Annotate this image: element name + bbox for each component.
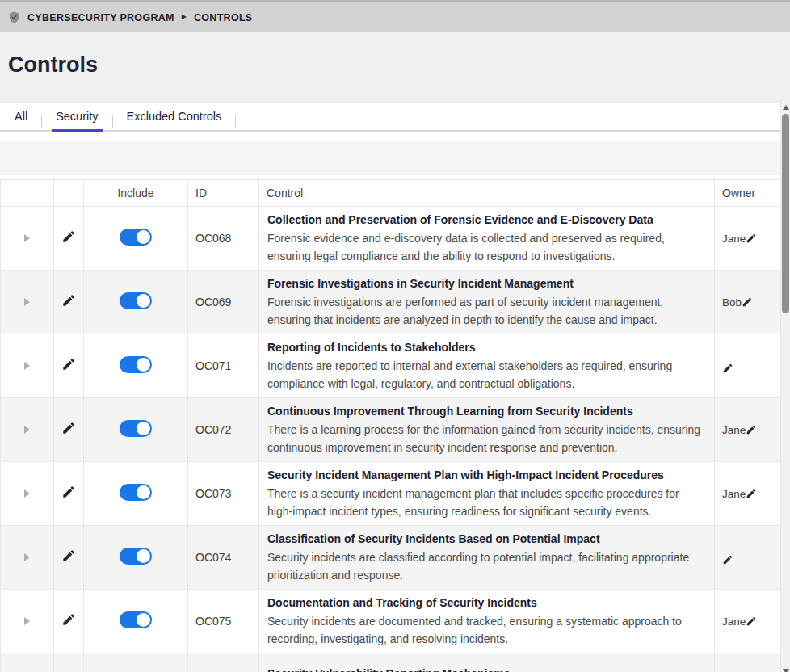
control-title: Continuous Improvement Through Learning … <box>267 403 706 419</box>
control-title: Reporting of Incidents to Stakeholders <box>267 339 706 355</box>
expand-row-icon[interactable] <box>24 489 30 498</box>
control-description: Security incidents are classified accord… <box>267 549 706 584</box>
expand-row-icon[interactable] <box>24 234 30 242</box>
controls-page: CYBERSECURITY PROGRAM ▶ CONTROLS Control… <box>0 0 790 672</box>
control-id: OC074 <box>188 526 259 590</box>
control-id: OC075 <box>188 590 259 653</box>
owner-name: Jane <box>722 233 746 245</box>
tab-bar: All Security Excluded Controls <box>0 103 780 132</box>
include-toggle[interactable] <box>120 548 152 565</box>
owner-name: Jane <box>722 615 746 628</box>
edit-control-icon[interactable] <box>61 421 76 435</box>
table-row: OC072 Continuous Improvement Through Lea… <box>1 398 781 462</box>
edit-control-icon[interactable] <box>61 357 76 372</box>
owner-edit-icon[interactable] <box>722 363 733 374</box>
toggle-knob <box>137 613 150 627</box>
table-row: OC069 Forensic Investigations in Securit… <box>1 271 781 334</box>
include-toggle[interactable] <box>120 292 152 309</box>
page-header: Controls <box>0 32 790 103</box>
page-title: Controls <box>0 32 790 78</box>
table-row: OC077 Security Vulnerability Reporting M… <box>1 653 781 672</box>
owner-name: Bob <box>722 296 742 309</box>
control-id: OC068 <box>188 207 259 271</box>
header-control[interactable]: Control <box>259 180 715 207</box>
control-description: Forensic evidence and e-discovery data i… <box>267 230 706 265</box>
control-id: OC077 <box>188 653 259 672</box>
expand-row-icon[interactable] <box>24 553 30 561</box>
breadcrumb-separator-icon: ▶ <box>182 13 187 20</box>
include-toggle[interactable] <box>120 420 152 437</box>
control-id: OC073 <box>188 462 259 526</box>
owner-edit-icon[interactable] <box>746 233 757 244</box>
owner-edit-icon[interactable] <box>722 554 733 565</box>
toggle-knob <box>137 230 150 244</box>
header-id[interactable]: ID <box>188 180 259 207</box>
include-toggle[interactable] <box>120 229 152 246</box>
vertical-scrollbar[interactable] <box>780 101 790 672</box>
shield-check-icon <box>7 10 21 24</box>
include-toggle[interactable] <box>120 611 152 628</box>
expand-row-icon[interactable] <box>24 362 30 370</box>
toggle-knob <box>137 294 150 308</box>
control-title: Documentation and Tracking of Security I… <box>267 594 706 611</box>
breadcrumb-program[interactable]: CYBERSECURITY PROGRAM <box>27 12 174 23</box>
control-title: Classification of Security Incidents Bas… <box>267 531 706 547</box>
owner-edit-icon[interactable] <box>746 488 757 499</box>
control-title: Security Vulnerability Reporting Mechani… <box>267 666 706 672</box>
include-toggle[interactable] <box>120 356 152 373</box>
owner-edit-icon[interactable] <box>742 296 753 308</box>
edit-control-icon[interactable] <box>61 293 76 308</box>
owner-edit-icon[interactable] <box>746 615 757 627</box>
breadcrumb: CYBERSECURITY PROGRAM ▶ CONTROLS <box>0 0 790 32</box>
tab-security[interactable]: Security <box>42 103 111 130</box>
owner-name: Jane <box>722 424 746 436</box>
scrollbar-up-arrow-icon[interactable] <box>783 105 789 110</box>
table-row: OC068 Collection and Preservation of For… <box>1 207 781 271</box>
header-edit <box>54 180 84 207</box>
control-description: Incidents are reported to internal and e… <box>267 358 706 393</box>
header-expand <box>1 180 54 207</box>
table-row: OC074 Classification of Security Inciden… <box>1 526 781 590</box>
control-description: There is a security incident management … <box>267 485 706 520</box>
control-title: Collection and Preservation of Forensic … <box>267 212 706 228</box>
expand-row-icon[interactable] <box>24 617 30 625</box>
owner-edit-icon[interactable] <box>746 424 757 435</box>
control-id: OC071 <box>188 334 259 398</box>
table-row: OC075 Documentation and Tracking of Secu… <box>1 590 781 653</box>
edit-control-icon[interactable] <box>61 548 76 563</box>
header-owner[interactable]: Owner <box>715 180 781 207</box>
header-include[interactable]: Include <box>84 180 188 207</box>
toggle-knob <box>137 422 150 435</box>
control-title: Security Incident Management Plan with H… <box>267 467 706 483</box>
tab-all[interactable]: All <box>1 103 41 130</box>
breadcrumb-current-page: CONTROLS <box>194 12 253 23</box>
toggle-knob <box>137 358 150 372</box>
owner-name: Jane <box>722 488 746 500</box>
controls-table: Include ID Control Owner OC068 Collectio… <box>0 179 781 672</box>
expand-row-icon[interactable] <box>24 426 30 434</box>
include-toggle[interactable] <box>120 484 152 501</box>
tab-excluded-controls[interactable]: Excluded Controls <box>113 103 236 130</box>
control-description: Forensic investigations are performed as… <box>267 294 706 329</box>
control-id: OC072 <box>188 398 259 462</box>
edit-control-icon[interactable] <box>61 229 76 244</box>
control-description: There is a learning process for the info… <box>267 422 706 456</box>
table-row: OC073 Security Incident Management Plan … <box>1 462 781 526</box>
scrollbar-down-arrow-icon[interactable] <box>783 669 789 672</box>
table-row: OC071 Reporting of Incidents to Stakehol… <box>1 334 781 398</box>
control-description: Security incidents are documented and tr… <box>267 613 706 648</box>
control-title: Forensic Investigations in Security Inci… <box>267 275 706 292</box>
filter-panel <box>0 141 780 175</box>
toggle-knob <box>137 485 150 499</box>
edit-control-icon[interactable] <box>61 612 76 627</box>
edit-control-icon[interactable] <box>61 485 76 499</box>
scrollbar-thumb[interactable] <box>782 114 789 313</box>
control-id: OC069 <box>188 271 259 334</box>
expand-row-icon[interactable] <box>24 298 30 306</box>
toggle-knob <box>137 549 150 563</box>
tab-divider <box>235 116 236 128</box>
table-header-row: Include ID Control Owner <box>1 180 781 207</box>
